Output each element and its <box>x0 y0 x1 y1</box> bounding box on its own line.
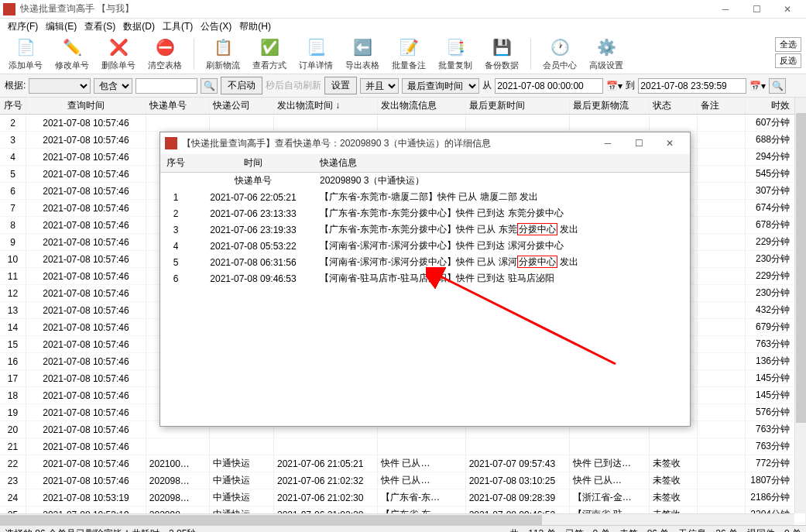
detail-row[interactable]: 52021-07-08 06:31:56【河南省-漯河市-漯河分拨中心】快件 已… <box>160 254 690 270</box>
invert-select-button[interactable]: 反选 <box>775 53 801 68</box>
and-select[interactable]: 并且 <box>360 78 399 94</box>
vertical-scrollbar[interactable] <box>794 98 806 513</box>
dialog-titlebar[interactable]: 【快递批量查询高手】查看快递单号：20209890 3（中通快运）的详细信息 ─… <box>160 132 690 154</box>
menu-bar: 程序(F)编辑(E)查看(S)数据(D)工具(T)公告(X)帮助(H) <box>0 19 806 34</box>
toolbar-icon: 📑 <box>444 36 466 58</box>
grid-header[interactable]: 发出物流时间 ↓ <box>273 98 377 115</box>
detail-row[interactable]: 32021-07-06 23:19:33【广东省-东莞市-东莞分拨中心】快件 已… <box>160 221 690 238</box>
toolbar-添加单号[interactable]: 📄添加单号 <box>5 36 46 71</box>
toolbar-批量复制[interactable]: 📑批量复制 <box>434 36 476 71</box>
toolbar-icon: ✅ <box>259 36 280 58</box>
filter-bar: 根据: 包含 🔍 不启动 秒后自动刷新 设置 并且 最后查询时间 从 📅▾ 到 … <box>0 74 806 98</box>
grid-header[interactable]: 发出物流信息 <box>378 98 466 115</box>
detail-table: 序号 时间 快递信息 快递单号 20209890 3（中通快运） 12021-0… <box>160 154 690 287</box>
toolbar-icon: ⬅️ <box>352 36 373 58</box>
date-from-input[interactable] <box>495 78 603 94</box>
detail-row[interactable]: 22021-07-06 23:13:33【广东省-东莞市-东莞分拨中心】快件 已… <box>160 205 690 221</box>
contain-select[interactable]: 包含 <box>94 78 132 94</box>
toolbar-label: 清空表格 <box>148 60 182 71</box>
dialog-minimize-button[interactable]: ─ <box>592 138 623 149</box>
maximize-button[interactable]: ☐ <box>741 1 772 18</box>
dialog-close-button[interactable]: ✕ <box>654 138 685 149</box>
grid-header[interactable]: 序号 <box>0 98 26 115</box>
root-label: 根据: <box>5 79 26 92</box>
menu-item[interactable]: 查看(S) <box>81 20 118 33</box>
toolbar-删除单号[interactable]: ❌删除单号 <box>98 36 139 71</box>
search-input[interactable] <box>135 78 197 94</box>
toolbar-icon: 💾 <box>491 36 513 58</box>
window-title: 快递批量查询高手 【与我】 <box>20 2 710 15</box>
menu-item[interactable]: 数据(D) <box>120 20 158 33</box>
subheader-row: 快递单号 20209890 3（中通快运） <box>160 173 690 190</box>
dialog-maximize-button[interactable]: ☐ <box>623 138 654 149</box>
table-row[interactable]: 232021-07-08 10:57:46202098…中通快运2021-07-… <box>0 472 806 489</box>
grid-header[interactable]: 备注 <box>697 98 745 115</box>
nostart-button[interactable]: 不启动 <box>221 77 262 94</box>
toolbar-label: 批量备注 <box>392 60 426 71</box>
menu-item[interactable]: 程序(F) <box>5 20 41 33</box>
table-row[interactable]: 242021-07-08 10:53:19202098…中通快运2021-07-… <box>0 489 806 506</box>
toolbar-导出表格[interactable]: ⬅️导出表格 <box>341 36 383 71</box>
toolbar-订单详情[interactable]: 📃订单详情 <box>295 36 337 71</box>
toolbar-icon: 🕐 <box>549 36 571 58</box>
detail-row[interactable]: 12021-07-06 22:05:21【广东省-东莞市-塘厦二部】快件 已从 … <box>160 189 690 205</box>
close-button[interactable]: ✕ <box>772 1 803 18</box>
col-seq: 序号 <box>160 154 191 173</box>
settings-button[interactable]: 设置 <box>324 77 357 94</box>
minimize-button[interactable]: ─ <box>710 1 741 18</box>
toolbar-icon: 📃 <box>305 36 327 58</box>
toolbar-label: 添加单号 <box>9 60 43 71</box>
search-button[interactable]: 🔍 <box>201 78 218 94</box>
menu-item[interactable]: 编辑(E) <box>43 20 80 33</box>
toolbar-清空表格[interactable]: ⛔清空表格 <box>144 36 186 71</box>
menu-item[interactable]: 帮助(H) <box>236 20 274 33</box>
menu-item[interactable]: 公告(X) <box>197 20 235 33</box>
subheader-num: 快递单号 <box>191 173 315 190</box>
calendar-icon[interactable]: 📅▾ <box>606 81 623 91</box>
detail-row[interactable]: 42021-07-08 05:53:22【河南省-漯河市-漯河分拨中心】快件 已… <box>160 238 690 254</box>
detail-row[interactable]: 62021-07-08 09:46:53【河南省-驻马店市-驻马店泌阳】快件 已… <box>160 270 690 287</box>
grid-header[interactable]: 快递公司 <box>210 98 274 115</box>
toolbar-icon: 📝 <box>398 36 420 58</box>
detail-dialog: 【快递批量查询高手】查看快递单号：20209890 3（中通快运）的详细信息 ─… <box>159 132 691 427</box>
toolbar-label: 会员中心 <box>543 60 577 71</box>
table-row[interactable]: 212021-07-08 10:57:46763分钟 <box>0 438 806 455</box>
to-label: 到 <box>626 79 635 92</box>
grid-header[interactable]: 最后更新物流 <box>569 98 649 115</box>
menu-item[interactable]: 工具(T) <box>159 20 196 33</box>
toolbar-修改单号[interactable]: ✏️修改单号 <box>51 36 93 71</box>
toolbar-icon: 📋 <box>212 36 234 58</box>
toolbar-查看方式[interactable]: ✅查看方式 <box>249 36 290 71</box>
horizontal-scrollbar[interactable] <box>0 513 794 525</box>
status-left: 选择的 86 个单号已删除完毕！共耗时：2.05秒 <box>5 527 196 532</box>
toolbar-icon: 📄 <box>15 36 36 58</box>
toolbar-批量备注[interactable]: 📝批量备注 <box>388 36 430 71</box>
grid-header[interactable]: 快递单号 <box>146 98 210 115</box>
grid-header[interactable]: 状态 <box>649 98 697 115</box>
toolbar-icon: ✏️ <box>61 36 83 58</box>
toolbar-label: 查看方式 <box>252 60 286 71</box>
filter-search-button[interactable]: 🔍 <box>769 78 786 94</box>
toolbar-会员中心[interactable]: 🕐会员中心 <box>539 36 581 71</box>
toolbar-label: 高级设置 <box>589 60 623 71</box>
select-all-button[interactable]: 全选 <box>775 37 801 52</box>
table-row[interactable]: 22021-07-08 10:57:46607分钟 <box>0 115 806 132</box>
root-select[interactable] <box>29 78 91 94</box>
toolbar-label: 订单详情 <box>299 60 333 71</box>
toolbar-label: 刷新物流 <box>206 60 240 71</box>
calendar-icon[interactable]: 📅▾ <box>749 81 766 91</box>
toolbar-备份数据[interactable]: 💾备份数据 <box>481 36 523 71</box>
toolbar-icon: ⚙️ <box>595 36 617 58</box>
grid-header[interactable]: 最后更新时间 <box>465 98 569 115</box>
toolbar-刷新物流[interactable]: 📋刷新物流 <box>202 36 244 71</box>
grid-header[interactable]: 查询时间 <box>26 98 146 115</box>
lastquery-select[interactable]: 最后查询时间 <box>402 78 479 94</box>
toolbar-label: 批量复制 <box>438 60 472 71</box>
status-right: 共：112 单，已签：0 单，未签：86 单，无信息：26 单，退回件：0 单 <box>509 527 801 532</box>
toolbar-高级设置[interactable]: ⚙️高级设置 <box>585 36 627 71</box>
date-to-input[interactable] <box>638 78 746 94</box>
toolbar: 📄添加单号✏️修改单号❌删除单号⛔清空表格📋刷新物流✅查看方式📃订单详情⬅️导出… <box>0 34 806 74</box>
col-time: 时间 <box>191 154 315 173</box>
table-row[interactable]: 222021-07-08 10:57:46202100…中通快运2021-07-… <box>0 455 806 472</box>
status-bar: 选择的 86 个单号已删除完毕！共耗时：2.05秒 共：112 单，已签：0 单… <box>0 525 806 532</box>
